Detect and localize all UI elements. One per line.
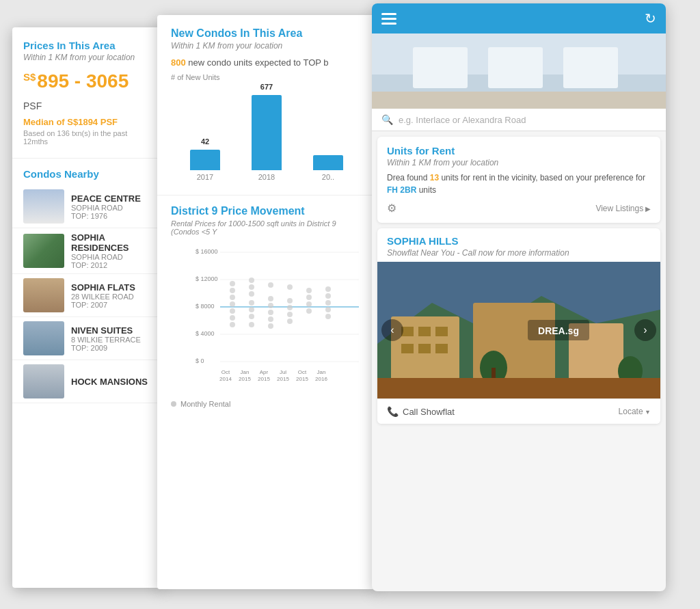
svg-point-18 [249,291,254,297]
svg-rect-60 [488,47,543,88]
svg-text:2014: 2014 [219,376,232,382]
call-showflat-button[interactable]: 📞 Call Showflat [387,406,455,417]
svg-text:Oct: Oct [221,369,230,375]
hamburger-line [381,23,396,25]
view-listings-link[interactable]: View Listings [595,204,651,213]
hamburger-line [381,13,396,15]
condo-thumbnail [23,234,64,268]
svg-point-14 [230,315,235,321]
svg-point-42 [325,314,331,319]
condo-top: TOP: 2007 [71,301,135,309]
sophia-hills-svg: DREA.sg [377,262,660,398]
svg-rect-59 [413,47,468,88]
bar [313,155,343,170]
svg-rect-71 [401,344,414,353]
carousel-next-button[interactable]: › [634,319,656,341]
list-item[interactable]: PEACE CENTRE SOPHIA ROAD TOP: 1976 [12,185,163,228]
svg-point-22 [249,278,254,283]
svg-text:2015: 2015 [296,376,308,382]
list-item[interactable]: SOPHIA RESIDENCES SOPHIA ROAD TOP: 2012 [12,228,163,274]
condo-name: SOPHIA RESIDENCES [71,232,152,253]
svg-point-43 [325,286,331,292]
price-based: Based on 136 txn(s) in the past 12mths [23,129,152,146]
sophia-hills-header: SOPHIA HILLS Showflat Near You - Call no… [377,228,660,262]
search-placeholder: e.g. Interlace or Alexandra Road [399,115,526,125]
units-rent-subtitle: Within 1 KM from your location [387,158,651,167]
condo-info: NIVEN SUITES 8 WILKIE TERRACE TOP: 2009 [71,325,141,352]
svg-point-17 [230,288,235,293]
hamburger-icon[interactable] [381,13,396,25]
app-panel: ↻ 🔍 e.g. Interlace or Alexandra Road Uni… [372,3,666,591]
bar-2017: 42 2017 [178,150,232,181]
condo-info: SOPHIA FLATS 28 WILKEE ROAD TOP: 2007 [71,282,135,309]
svg-text:Jan: Jan [241,369,250,375]
app-header: ↻ [372,3,666,33]
svg-rect-69 [418,327,431,336]
svg-text:$ 0: $ 0 [196,357,204,364]
svg-point-25 [268,296,273,301]
price-low: 895 [37,70,69,92]
pref-highlight: FH 2BR [387,185,416,195]
hamburger-line [381,18,396,20]
refresh-icon[interactable]: ↻ [645,10,656,27]
card-footer: ⚙ View Listings [387,202,651,215]
search-icon: 🔍 [381,114,393,125]
bar-year: 20.. [322,173,334,181]
svg-text:Jan: Jan [317,369,326,375]
svg-point-13 [230,308,235,314]
svg-rect-72 [418,344,431,353]
list-item[interactable]: NIVEN SUITES 8 WILKIE TERRACE TOP: 2009 [12,317,163,360]
svg-text:$ 12000: $ 12000 [196,275,218,282]
prices-panel: Prices In This Area Within 1 KM from you… [12,27,163,588]
svg-point-12 [230,301,235,307]
legend-label: Monthly Rental [180,400,230,408]
svg-text:Jul: Jul [280,369,286,375]
svg-text:2015: 2015 [277,376,289,382]
new-condos-subtitle: Within 1 KM from your location [171,41,362,51]
svg-text:$ 8000: $ 8000 [196,303,215,310]
carousel-prev-button[interactable]: ‹ [381,319,403,341]
svg-text:$ 16000: $ 16000 [196,248,218,255]
list-item[interactable]: SOPHIA FLATS 28 WILKEE ROAD TOP: 2007 [12,274,163,317]
district-desc: Rental Prices for 1000-1500 sqft units i… [171,219,362,236]
condo-info: PEACE CENTRE SOPHIA ROAD TOP: 1976 [71,193,141,220]
bar-year: 2018 [258,173,275,181]
search-bar[interactable]: 🔍 e.g. Interlace or Alexandra Road [372,109,666,131]
list-item[interactable]: HOCK MANSIONS [12,360,163,403]
call-label: Call Showflat [403,407,455,417]
svg-point-28 [268,316,273,322]
condo-thumbnail [23,189,64,224]
bar-next: 20.. [301,155,355,181]
settings-icon[interactable]: ⚙ [387,202,396,215]
chart-svg: $ 16000 $ 12000 $ 8000 $ 4000 $ 0 [171,243,362,393]
condo-name: NIVEN SUITES [71,325,141,336]
svg-rect-77 [377,378,660,398]
svg-point-19 [249,300,254,306]
condo-road: SOPHIA ROAD [71,204,141,212]
svg-point-24 [249,284,254,290]
svg-text:DREA.sg: DREA.sg [538,325,579,336]
price-median: Median of S$1894 PSF [23,117,152,127]
units-highlight: 800 [171,57,186,68]
svg-point-41 [325,307,331,312]
new-condos-section: New Condos In This Area Within 1 KM from… [157,15,376,195]
svg-point-34 [287,319,293,324]
chart-y-label: # of New Units [171,73,362,81]
condos-panel: New Condos In This Area Within 1 KM from… [157,15,376,589]
svg-point-26 [268,303,273,308]
svg-point-29 [268,282,273,288]
svg-text:Apr: Apr [260,369,269,375]
condo-thumbnail [23,321,64,355]
condo-thumbnail [23,364,64,398]
svg-point-23 [249,322,254,327]
prices-section: Prices In This Area Within 1 KM from you… [12,27,163,159]
condo-name: SOPHIA FLATS [71,282,135,293]
condo-top: TOP: 2012 [71,261,152,269]
svg-point-44 [325,293,331,299]
svg-point-32 [287,305,293,310]
svg-rect-73 [435,344,448,353]
svg-rect-62 [372,92,666,109]
app-hero-image [372,33,666,109]
locate-button[interactable]: Locate [619,407,651,416]
price-high: 3065 [86,70,129,92]
